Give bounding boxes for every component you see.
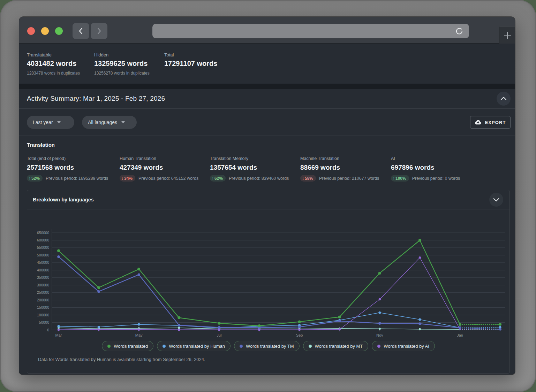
- close-window-button[interactable]: [27, 27, 35, 35]
- stat-value: 2571568 words: [27, 164, 120, 171]
- stat-label: Hidden: [94, 52, 164, 57]
- stat-hidden: Hidden 13259625 words 13256278 words in …: [94, 52, 164, 76]
- legend-dot-icon: [107, 345, 111, 348]
- language-select[interactable]: All languages: [82, 116, 137, 129]
- svg-text:500000: 500000: [37, 253, 49, 257]
- chevron-down-icon: [493, 197, 500, 202]
- svg-text:350000: 350000: [37, 275, 49, 279]
- expand-breakdown-button[interactable]: [489, 193, 503, 207]
- activity-header: Activity Summary: Mar 1, 2025 - Feb 27, …: [19, 89, 515, 109]
- chevron-left-icon: [77, 27, 84, 35]
- word-counts-card: Translatable 4031482 words 1283478 words…: [19, 44, 515, 84]
- svg-text:200000: 200000: [37, 298, 49, 302]
- legend-dot-icon: [163, 345, 166, 348]
- change-badge: 52%: [27, 175, 43, 182]
- browser-window: Translatable 4031482 words 1283478 words…: [19, 17, 515, 375]
- stat-human-translation: Human Translation 427349 words 34% Previ…: [120, 156, 210, 182]
- line-chart: 0500001000001500002000002500003000003500…: [27, 209, 510, 340]
- chart-legend: Words translatedWords translated by Huma…: [27, 341, 509, 351]
- stat-value: 4031482 words: [27, 60, 94, 68]
- legend-label: Words translated: [114, 344, 148, 349]
- stat-ai: AI 697896 words 100% Previous period: 0 …: [391, 156, 460, 182]
- stat-label: Translation Memory: [210, 156, 300, 161]
- svg-text:Jan: Jan: [457, 333, 463, 337]
- svg-text:Sep: Sep: [296, 333, 303, 337]
- stat-label: Total: [164, 52, 217, 57]
- trend-arrow-icon: [393, 176, 395, 181]
- chevron-right-icon: [96, 27, 103, 35]
- svg-text:50000: 50000: [39, 320, 49, 324]
- svg-text:250000: 250000: [37, 290, 49, 294]
- previous-period-text: Previous period: 839460 words: [229, 176, 289, 181]
- stat-label: Total (end of period): [27, 156, 120, 161]
- stat-value: 17291107 words: [164, 60, 217, 68]
- period-select-value: Last year: [33, 120, 53, 125]
- minimize-window-button[interactable]: [41, 27, 49, 35]
- language-select-value: All languages: [88, 120, 117, 125]
- legend-pill[interactable]: Words translated by Human: [157, 341, 231, 351]
- stat-value: 13259625 words: [94, 60, 164, 68]
- chevron-down-icon: [57, 121, 61, 123]
- chevron-down-icon: [121, 121, 125, 123]
- stat-value: 697896 words: [391, 164, 460, 171]
- reload-button[interactable]: [455, 27, 463, 35]
- svg-text:Jul: Jul: [217, 333, 221, 337]
- period-select[interactable]: Last year: [27, 116, 74, 129]
- stat-total-period: Total (end of period) 2571568 words 52% …: [27, 156, 120, 182]
- stat-value: 1357654 words: [210, 164, 300, 171]
- plus-icon: [503, 31, 512, 40]
- svg-text:550000: 550000: [37, 245, 49, 249]
- filters-row: Last year All languages EXPORT: [19, 109, 515, 136]
- maximize-window-button[interactable]: [55, 27, 63, 35]
- legend-pill[interactable]: Words translated by MT: [303, 341, 369, 351]
- activity-title: Activity Summary: Mar 1, 2025 - Feb 27, …: [27, 95, 165, 102]
- legend-label: Words translated by MT: [315, 344, 363, 349]
- change-badge: 62%: [210, 175, 226, 182]
- legend-label: Words translated by AI: [384, 344, 429, 349]
- legend-pill[interactable]: Words translated: [102, 341, 153, 351]
- legend-dot-icon: [240, 345, 243, 348]
- breakdown-title: Breakdown by languages: [33, 197, 94, 202]
- stat-note: 13256278 words in duplicates: [94, 71, 164, 76]
- stat-translatable: Translatable 4031482 words 1283478 words…: [27, 52, 94, 76]
- previous-period-text: Previous period: 1695289 words: [46, 176, 108, 181]
- svg-text:150000: 150000: [37, 305, 49, 309]
- change-badge: 100%: [391, 175, 409, 182]
- chevron-up-icon: [500, 96, 507, 101]
- stat-label: AI: [391, 156, 460, 161]
- svg-text:650000: 650000: [37, 231, 49, 235]
- stat-value: 88669 words: [300, 164, 391, 171]
- stat-label: Translatable: [27, 52, 94, 57]
- svg-text:100000: 100000: [37, 313, 49, 317]
- legend-label: Words translated by Human: [169, 344, 225, 349]
- browser-toolbar: [19, 17, 515, 44]
- change-badge: 58%: [300, 175, 316, 182]
- collapse-section-button[interactable]: [497, 92, 511, 106]
- svg-text:400000: 400000: [37, 268, 49, 272]
- back-button[interactable]: [73, 23, 89, 39]
- address-bar[interactable]: [152, 24, 469, 38]
- trend-arrow-icon: [29, 176, 31, 181]
- stat-value: 427349 words: [120, 164, 210, 171]
- legend-pill[interactable]: Words translated by AI: [372, 341, 435, 351]
- translation-stats: Translation Total (end of period) 257156…: [27, 142, 512, 182]
- stat-label: Human Translation: [120, 156, 210, 161]
- forward-button[interactable]: [91, 23, 107, 39]
- legend-dot-icon: [309, 345, 312, 348]
- stat-total: Total 17291107 words: [164, 52, 217, 76]
- export-button[interactable]: EXPORT: [470, 116, 511, 129]
- trend-arrow-icon: [302, 176, 304, 181]
- trend-arrow-icon: [212, 176, 214, 181]
- svg-text:450000: 450000: [37, 260, 49, 264]
- svg-text:600000: 600000: [37, 238, 49, 242]
- legend-label: Words translated by TM: [246, 344, 294, 349]
- breakdown-header: Breakdown by languages: [27, 190, 509, 209]
- svg-text:May: May: [135, 333, 143, 337]
- svg-text:0: 0: [47, 328, 49, 332]
- legend-pill[interactable]: Words translated by TM: [234, 341, 300, 351]
- chart-note: Data for Words translated by Human is av…: [38, 357, 509, 362]
- new-tab-button[interactable]: [499, 26, 515, 44]
- previous-period-text: Previous period: 645152 words: [138, 176, 198, 181]
- previous-period-text: Previous period: 210677 words: [319, 176, 379, 181]
- svg-text:Mar: Mar: [55, 333, 62, 337]
